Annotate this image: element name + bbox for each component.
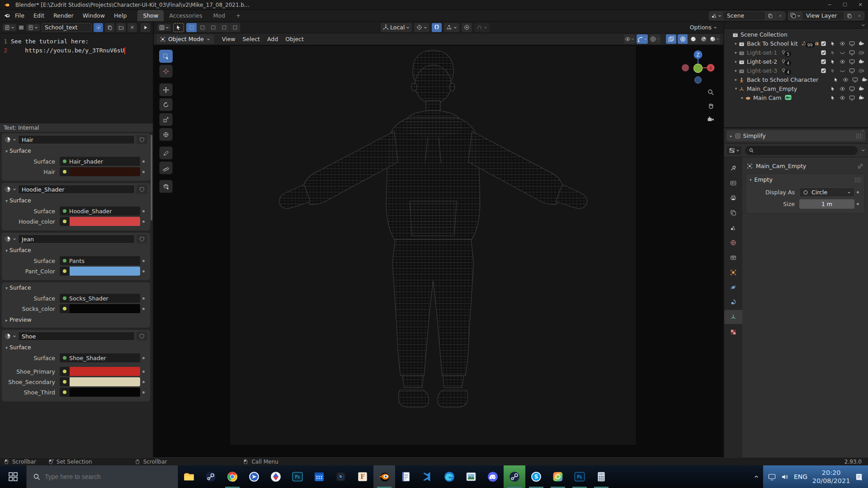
color-swatch[interactable] (70, 304, 140, 313)
gizmos-toggle-dropdown[interactable] (637, 34, 648, 44)
disable-viewports-toggle[interactable] (847, 86, 857, 92)
animate-dot-icon[interactable] (140, 210, 146, 212)
menu-edit[interactable]: Edit (29, 10, 49, 21)
material-name-field[interactable]: Jean (18, 235, 135, 244)
viewport-menu-object[interactable]: Object (282, 34, 307, 44)
proportional-editing-button[interactable] (462, 23, 472, 32)
shading-solid-button[interactable] (688, 34, 698, 44)
options-dropdown[interactable]: Options (687, 24, 720, 31)
snap-target-dropdown[interactable] (444, 23, 459, 32)
animate-dot-icon[interactable] (854, 191, 861, 193)
viewport-menu-select[interactable]: Select (239, 34, 264, 44)
select-mode-4-button[interactable] (219, 23, 230, 32)
expand-arrow-icon[interactable]: ▸ (733, 77, 739, 82)
material-name-field[interactable]: Hair (18, 135, 135, 144)
color-field[interactable] (60, 217, 140, 226)
shader-field[interactable]: Hoodie_Shader (60, 206, 140, 216)
minimize-button[interactable]: ─ (822, 0, 837, 9)
shader-field[interactable]: Hair_shader (60, 157, 140, 166)
scene-selector[interactable]: Scene (709, 11, 785, 20)
animate-dot-icon[interactable] (854, 203, 861, 205)
color-socket-button[interactable] (60, 388, 70, 397)
disable-viewports-toggle[interactable] (847, 95, 857, 101)
open-text-button[interactable] (116, 23, 126, 32)
language-indicator[interactable]: ENG (794, 473, 807, 480)
animate-dot-icon[interactable] (140, 357, 146, 359)
properties-tab-tool[interactable] (724, 161, 742, 175)
properties-tab-texture[interactable] (724, 325, 742, 339)
pan-view-hand-icon[interactable] (707, 102, 714, 109)
taskbar-app-notepad[interactable] (395, 465, 417, 488)
disable-viewports-toggle[interactable] (847, 59, 857, 65)
editor-type-button[interactable] (3, 24, 16, 31)
select-mode-1-button[interactable] (186, 23, 197, 32)
properties-tab-object[interactable] (724, 265, 742, 279)
fake-user-shield-button[interactable] (94, 23, 103, 32)
proportional-falloff-dropdown[interactable] (474, 23, 490, 32)
tool-transform-button[interactable] (159, 128, 173, 141)
disable-render-toggle[interactable] (857, 59, 866, 65)
taskbar-app-vscode[interactable] (417, 465, 439, 488)
shader-field[interactable]: Shoe_Shader (60, 353, 140, 362)
drag-handle-icon[interactable] (856, 133, 862, 139)
collection-checkbox[interactable] (819, 68, 828, 73)
select-mode-3-button[interactable] (208, 23, 219, 32)
color-field[interactable] (60, 377, 140, 386)
animate-dot-icon[interactable] (140, 260, 146, 262)
close-button[interactable]: ✕ (853, 0, 868, 9)
menu-window[interactable]: Window (78, 10, 109, 21)
expand-arrow-icon[interactable]: ▸ (733, 68, 739, 73)
display-as-dropdown[interactable]: Circle (799, 188, 854, 197)
shading-material-button[interactable] (698, 34, 709, 44)
tool-cursor-button[interactable] (159, 65, 173, 78)
hide-viewport-toggle[interactable] (838, 86, 847, 92)
shader-field[interactable]: Socks_Shader (60, 294, 140, 303)
selectable-toggle[interactable] (828, 68, 838, 73)
animate-dot-icon[interactable] (140, 308, 146, 310)
shading-wireframe-button[interactable] (678, 34, 688, 44)
hide-viewport-toggle[interactable] (838, 68, 847, 74)
pivot-point-dropdown[interactable] (414, 23, 429, 32)
zoom-view-icon[interactable] (707, 89, 714, 96)
taskbar-app-app-diamond[interactable] (265, 465, 287, 488)
collection-checkbox[interactable] (819, 41, 828, 46)
expand-arrow-icon[interactable]: ▾ (733, 86, 739, 91)
code-line[interactable]: 1See the tutorial here: (0, 37, 153, 46)
outliner-item-scene-collection[interactable]: Scene Collection (724, 30, 868, 39)
overlays-toggle-dropdown[interactable] (649, 34, 660, 44)
surface-section-header[interactable]: ▾Surface (2, 145, 150, 155)
run-script-button[interactable] (141, 23, 150, 32)
color-field[interactable] (60, 267, 140, 276)
disable-viewports-toggle[interactable] (847, 68, 857, 74)
remove-view-layer-button[interactable] (854, 12, 864, 20)
start-button[interactable] (0, 465, 26, 488)
properties-editor-type-button[interactable] (727, 146, 741, 155)
properties-tab-scene[interactable] (724, 221, 742, 235)
material-name-field[interactable]: Hoodie_Shader (18, 185, 135, 194)
outliner-item-main-cam-empty[interactable]: ▾ Main_Cam_Empty (724, 84, 868, 93)
outliner-item-light-set-3[interactable]: ▸ Light-set-3 4 (724, 66, 868, 75)
maximize-button[interactable]: ☐ (837, 0, 853, 9)
selectable-toggle[interactable] (828, 86, 838, 91)
taskbar-app-adobe-cc[interactable] (547, 465, 569, 488)
tool-add-cube-button[interactable] (159, 180, 173, 193)
text-name-field[interactable]: School_text (42, 23, 92, 32)
fake-user-shield-button[interactable] (137, 235, 147, 244)
fake-user-shield-button[interactable] (137, 185, 147, 194)
taskbar-app-app-circle-arrow[interactable] (243, 465, 265, 488)
taskbar-app-photoshop-dark[interactable]: Ps (287, 465, 308, 488)
unlink-scene-button[interactable] (775, 12, 785, 20)
xray-toggle-button[interactable] (666, 34, 676, 44)
color-swatch[interactable] (70, 367, 140, 376)
taskbar-app-edge[interactable] (439, 465, 460, 488)
mode-dropdown[interactable]: Object Mode (156, 34, 214, 44)
disable-render-toggle[interactable] (860, 77, 868, 83)
menu-render[interactable]: Render (49, 10, 78, 21)
hide-viewport-toggle[interactable] (838, 59, 847, 65)
disable-viewports-toggle[interactable] (847, 41, 857, 47)
size-field[interactable]: 1 m (799, 199, 854, 209)
shader-field[interactable]: Pants (60, 256, 140, 265)
properties-tab-world[interactable] (724, 235, 742, 249)
color-field[interactable] (60, 167, 140, 176)
animate-dot-icon[interactable] (140, 297, 146, 300)
